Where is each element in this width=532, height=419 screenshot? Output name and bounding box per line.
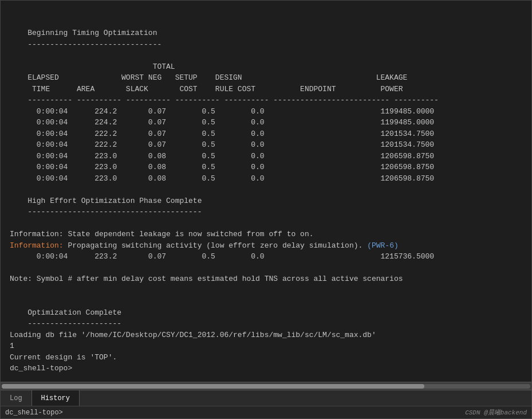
terminal-window: Beginning Timing Optimization ----------… xyxy=(0,0,532,419)
scrollbar-track[interactable] xyxy=(2,384,530,389)
horizontal-scrollbar[interactable] xyxy=(1,382,531,390)
scrollbar-thumb[interactable] xyxy=(2,384,424,389)
tab-log[interactable]: Log xyxy=(1,390,32,406)
watermark: CSDN @晨曦backend xyxy=(465,408,527,417)
tab-history[interactable]: History xyxy=(32,390,80,406)
bottom-prompt: dc_shell-topo> xyxy=(5,409,63,417)
terminal-output[interactable]: Beginning Timing Optimization ----------… xyxy=(1,1,531,382)
bottom-input-area: dc_shell-topo> xyxy=(5,409,465,417)
tab-bar: Log History xyxy=(1,390,531,406)
bottom-bar: dc_shell-topo> CSDN @晨曦backend xyxy=(1,406,531,418)
